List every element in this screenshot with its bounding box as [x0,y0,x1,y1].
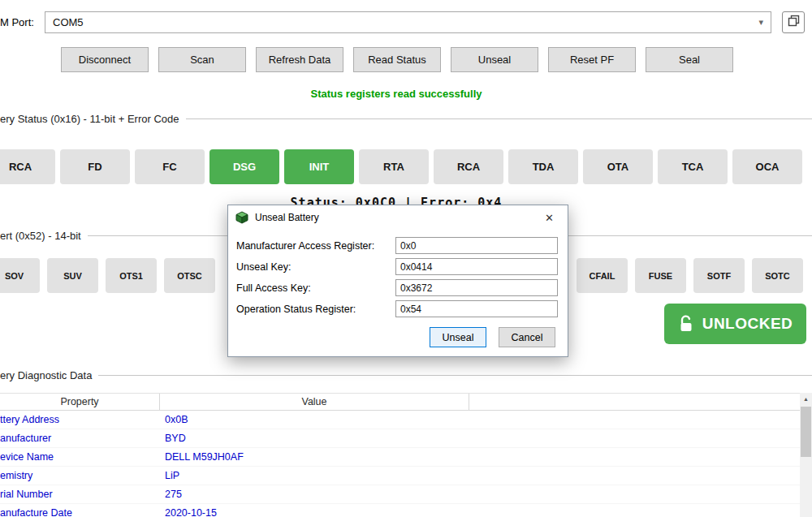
seal-button[interactable]: Seal [646,47,733,72]
column-header-value[interactable]: Value [160,394,469,410]
manufacturer-access-label: Manufacturer Access Register: [236,240,374,252]
flag-tda[interactable]: TDA [508,149,578,184]
refresh-data-button[interactable]: Refresh Data [256,47,343,72]
full-access-key-input[interactable] [395,279,558,296]
table-row[interactable]: rial Number 275 [0,485,800,504]
alert-flags-row-left: SOV SUV OTS1 OTSC [0,258,215,293]
field-row: Operation Status Register: [236,300,559,317]
unseal-key-input[interactable] [395,258,558,275]
value-cell: 2020-10-15 [160,507,217,517]
column-header-empty [469,394,800,410]
flag-rta[interactable]: RTA [359,149,429,184]
com-port-select[interactable]: COM5 ▾ [45,11,771,33]
refresh-ports-button[interactable] [782,11,805,33]
table-row[interactable]: ttery Address 0x0B [0,411,800,429]
scroll-up-arrow-icon[interactable]: ▲ [800,393,812,405]
toolbar: Disconnect Scan Refresh Data Read Status… [61,47,733,72]
flag-tca[interactable]: TCA [658,149,728,184]
flag-suv[interactable]: SUV [47,258,98,293]
flag-sov[interactable]: SOV [0,258,40,293]
diagnostics-table: Property Value ttery Address 0x0B anufac… [0,393,800,517]
unseal-button[interactable]: Unseal [451,47,538,72]
flag-fc[interactable]: FC [135,149,205,184]
property-cell: ttery Address [0,414,160,425]
table-header-row: Property Value [0,393,800,411]
full-access-key-label: Full Access Key: [236,282,311,294]
section-alert-title: ert (0x52) - 14-bit [0,230,81,242]
table-row[interactable]: anufacture Date 2020-10-15 [0,504,800,517]
read-status-button[interactable]: Read Status [353,47,441,72]
property-cell: anufacture Date [0,507,160,517]
flag-oca[interactable]: OCA [732,149,802,184]
section-diagnostics: ery Diagnostic Data [0,369,812,381]
alert-flags-row-right: CFAIL FUSE SOTF SOTC [577,258,803,293]
unseal-dialog: Unseal Battery ✕ Manufacturer Access Reg… [227,205,568,357]
property-cell: anufacturer [0,433,160,444]
scrollbar-thumb[interactable] [801,407,811,457]
chevron-down-icon: ▾ [758,18,763,27]
operation-status-input[interactable] [395,300,558,317]
reset-pf-button[interactable]: Reset PF [548,47,636,72]
flag-init[interactable]: INIT [284,149,354,184]
field-row: Manufacturer Access Register: [236,237,559,254]
flag-dsg[interactable]: DSG [209,149,279,184]
section-battery-status-title: ery Status (0x16) - 11-bit + Error Code [0,113,179,125]
com-port-value: COM5 [53,16,84,28]
flag-sotf[interactable]: SOTF [693,258,745,293]
table-row[interactable]: evice Name DELL M59JH0AF [0,448,800,467]
section-diagnostics-title: ery Diagnostic Data [0,369,92,381]
dialog-title: Unseal Battery [255,212,319,223]
disconnect-button[interactable]: Disconnect [61,47,149,72]
unseal-key-label: Unseal Key: [236,261,291,273]
section-divider [186,118,812,119]
field-row: Unseal Key: [236,258,559,275]
status-flags-row: RCA FD FC DSG INIT RTA RCA TDA OTA TCA O… [0,149,802,184]
operation-status-label: Operation Status Register: [236,304,356,315]
section-battery-status: ery Status (0x16) - 11-bit + Error Code [0,113,812,125]
column-header-property[interactable]: Property [0,394,160,410]
property-cell: rial Number [0,489,160,500]
table-row[interactable]: emistry LiP [0,467,800,485]
value-cell: 275 [160,489,182,500]
dialog-unseal-button[interactable]: Unseal [430,327,486,347]
flag-sotc[interactable]: SOTC [752,258,803,293]
app-window: M Port: COM5 ▾ Disconnect Scan Refresh D… [0,0,812,517]
flag-cfail[interactable]: CFAIL [577,258,628,293]
com-port-label: M Port: [0,16,34,28]
flag-ota[interactable]: OTA [583,149,653,184]
battery-app-icon [235,211,248,224]
section-divider [98,375,812,376]
flag-rca[interactable]: RCA [0,149,55,184]
unlocked-button[interactable]: UNLOCKED [664,304,806,344]
field-row: Full Access Key: [236,279,559,296]
overlapping-windows-icon [788,15,800,30]
value-cell: 0x0B [160,414,188,425]
status-message: Status registers read successfully [311,88,482,100]
table-scrollbar[interactable]: ▲ [800,393,812,517]
scan-button[interactable]: Scan [158,47,246,72]
property-cell: evice Name [0,451,160,463]
value-cell: DELL M59JH0AF [160,451,244,463]
dialog-cancel-button[interactable]: Cancel [499,327,555,347]
flag-otsc[interactable]: OTSC [164,258,215,293]
manufacturer-access-input[interactable] [395,237,558,254]
value-cell: BYD [160,433,186,444]
flag-fuse[interactable]: FUSE [635,258,686,293]
unlock-icon [678,315,694,333]
property-cell: emistry [0,470,160,481]
value-cell: LiP [160,470,179,481]
flag-ots1[interactable]: OTS1 [106,258,157,293]
dialog-titlebar[interactable]: Unseal Battery [228,205,568,230]
flag-fd[interactable]: FD [60,149,130,184]
unlocked-label: UNLOCKED [702,315,793,333]
table-row[interactable]: anufacturer BYD [0,429,800,448]
flag-rca-2[interactable]: RCA [434,149,503,184]
close-icon[interactable]: ✕ [531,205,568,230]
